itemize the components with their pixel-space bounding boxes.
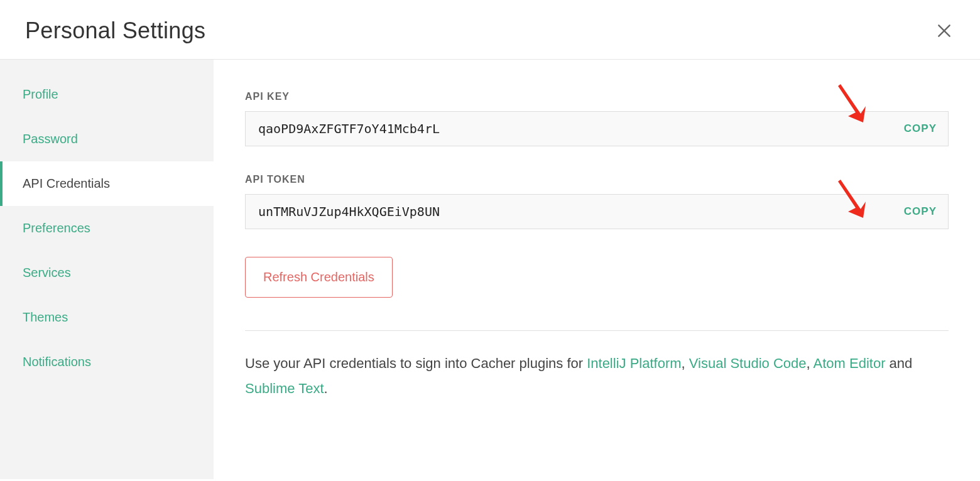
api-key-value[interactable]: qaoPD9AxZFGTF7oY41Mcb4rL <box>246 121 893 136</box>
sidebar-item-notifications[interactable]: Notifications <box>0 340 214 384</box>
separator: , <box>807 355 814 371</box>
api-key-row: qaoPD9AxZFGTF7oY41Mcb4rL COPY <box>245 111 949 146</box>
close-button[interactable] <box>934 20 955 41</box>
sidebar-item-label: Profile <box>23 87 58 101</box>
sidebar-item-label: Preferences <box>23 221 90 235</box>
sidebar-item-preferences[interactable]: Preferences <box>0 206 214 251</box>
refresh-credentials-button[interactable]: Refresh Credentials <box>245 257 393 298</box>
api-token-value[interactable]: unTMRuVJZup4HkXQGEiVp8UN <box>246 204 893 219</box>
link-intellij[interactable]: IntelliJ Platform <box>587 355 681 371</box>
separator: . <box>324 381 328 396</box>
sidebar-item-api-credentials[interactable]: API Credentials <box>0 161 214 206</box>
link-vscode[interactable]: Visual Studio Code <box>689 355 807 371</box>
api-token-label: API TOKEN <box>245 174 949 185</box>
separator: and <box>885 355 912 371</box>
copy-api-token-button[interactable]: COPY <box>893 195 948 229</box>
sidebar-item-label: Notifications <box>23 355 91 369</box>
sidebar-item-label: Password <box>23 132 78 146</box>
copy-api-key-button[interactable]: COPY <box>893 112 948 146</box>
section-divider <box>245 330 949 331</box>
sidebar-item-profile[interactable]: Profile <box>0 72 214 117</box>
sidebar-item-label: Themes <box>23 310 68 324</box>
page-title: Personal Settings <box>25 18 205 44</box>
link-sublime[interactable]: Sublime Text <box>245 381 324 396</box>
link-atom[interactable]: Atom Editor <box>814 355 886 371</box>
settings-header: Personal Settings <box>0 0 980 60</box>
sidebar-item-label: Services <box>23 266 71 279</box>
sidebar-item-services[interactable]: Services <box>0 251 214 295</box>
sidebar-item-themes[interactable]: Themes <box>0 295 214 340</box>
separator: , <box>682 355 689 371</box>
settings-main: API KEY qaoPD9AxZFGTF7oY41Mcb4rL COPY AP… <box>214 60 980 479</box>
help-text-prefix: Use your API credentials to sign into Ca… <box>245 355 587 371</box>
api-token-row: unTMRuVJZup4HkXQGEiVp8UN COPY <box>245 194 949 229</box>
settings-sidebar: Profile Password API Credentials Prefere… <box>0 60 214 479</box>
sidebar-item-password[interactable]: Password <box>0 117 214 161</box>
sidebar-item-label: API Credentials <box>23 176 110 190</box>
api-key-label: API KEY <box>245 91 949 102</box>
help-text: Use your API credentials to sign into Ca… <box>245 351 949 401</box>
close-icon <box>936 23 952 39</box>
